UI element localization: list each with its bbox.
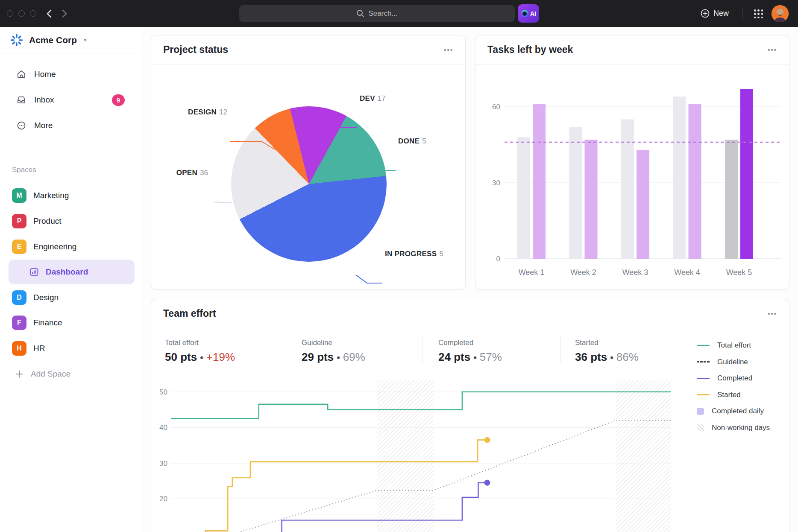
card-title: Project status	[163, 44, 228, 56]
legend-non-working-days: Non-working days	[697, 423, 770, 433]
svg-text:60: 60	[492, 103, 500, 111]
stat-divider	[422, 336, 423, 364]
spaces-section-label: Spaces	[12, 166, 36, 174]
legend-completed: Completed	[697, 373, 770, 383]
sidebar-space-engineering[interactable]: E Engineering	[5, 236, 137, 257]
legend-dashed-swatch	[697, 361, 710, 362]
plus-circle-icon	[701, 9, 710, 18]
dashboard-chart-icon	[29, 267, 39, 277]
tasks-by-week-card: Tasks left by week ••• 60300Week 1Week 2…	[475, 35, 789, 289]
stat-started: Started 36 pts•86%	[575, 339, 639, 364]
pie-label-open: OPEN36	[151, 169, 208, 177]
legend-line-swatch	[697, 394, 710, 395]
sidebar-item-label: Inbox	[34, 95, 54, 105]
window-zoom-icon[interactable]	[30, 10, 36, 17]
space-avatar: H	[12, 341, 26, 356]
home-icon	[16, 69, 26, 79]
ai-button[interactable]: AI	[518, 4, 539, 23]
dashboard-label: Dashboard	[46, 267, 88, 277]
legend-square-swatch	[697, 408, 704, 415]
sidebar: Acme Corp ▾ Home Inbox 9 More Spaces M M…	[0, 27, 142, 532]
sidebar-space-design[interactable]: D Design	[5, 287, 137, 308]
window-close-icon[interactable]	[7, 10, 13, 17]
svg-text:20: 20	[159, 495, 167, 503]
add-space-button[interactable]: Add Space	[5, 364, 137, 384]
back-arrow-icon[interactable]	[46, 9, 52, 18]
svg-text:30: 30	[159, 459, 167, 468]
plus-icon	[15, 369, 24, 379]
window-controls[interactable]	[7, 0, 36, 27]
card-menu-button[interactable]: •••	[768, 310, 777, 317]
legend-completed-daily: Completed daily	[697, 406, 770, 416]
svg-text:Week 4: Week 4	[674, 268, 700, 277]
svg-text:30: 30	[492, 179, 500, 187]
stat-completed: Completed 24 pts•57%	[438, 339, 502, 364]
space-name: HR	[33, 344, 45, 353]
workspace-switcher[interactable]: Acme Corp ▾	[0, 27, 142, 53]
tasks-bar-chart[interactable]: 60300Week 1Week 2Week 3Week 4Week 5	[475, 64, 789, 289]
topbar-divider	[742, 8, 742, 19]
sidebar-space-hr[interactable]: H HR	[5, 338, 137, 359]
space-name: Engineering	[33, 242, 76, 251]
card-menu-button[interactable]: •••	[444, 46, 453, 53]
legend-total-effort: Total effort	[697, 340, 770, 351]
legend-guideline: Guideline	[697, 357, 770, 367]
window-minimize-icon[interactable]	[18, 10, 25, 17]
svg-text:Week 1: Week 1	[519, 268, 545, 277]
project-status-pie-chart[interactable]: DEV17 DONE5 IN PROGRESS5 OPEN36 DESIGN12	[151, 64, 465, 289]
sidebar-space-product[interactable]: P Product	[5, 210, 137, 232]
pie-chart-circle[interactable]	[231, 106, 387, 262]
avatar-photo	[772, 5, 789, 22]
stat-total-effort: Total effort 50 pts•+19%	[165, 339, 235, 364]
project-status-card: Project status ••• DEV17 DONE5 IN PROGRE…	[151, 35, 466, 289]
workspace-name: Acme Corp	[29, 35, 77, 45]
svg-text:Week 2: Week 2	[570, 268, 596, 277]
forward-arrow-icon[interactable]	[62, 9, 67, 18]
ai-logo-icon	[521, 10, 528, 18]
user-avatar[interactable]	[772, 5, 789, 22]
stat-guideline: Guideline 29 pts•69%	[302, 339, 365, 364]
space-name: Finance	[33, 318, 62, 327]
sidebar-space-finance[interactable]: F Finance	[5, 312, 137, 333]
legend-line-swatch	[697, 378, 710, 379]
sidebar-item-label: Home	[34, 70, 56, 79]
space-name: Marketing	[33, 191, 69, 200]
space-avatar: D	[12, 290, 26, 305]
inbox-icon	[16, 95, 26, 105]
new-button-label: New	[713, 9, 729, 18]
sidebar-item-dashboard-active[interactable]: Dashboard	[9, 260, 135, 284]
sidebar-space-marketing[interactable]: M Marketing	[5, 185, 137, 206]
space-avatar: E	[12, 240, 26, 254]
team-effort-legend: Total effort Guideline Completed Started…	[697, 340, 770, 433]
svg-text:Week 3: Week 3	[622, 268, 648, 277]
chevron-down-icon: ▾	[84, 37, 87, 43]
card-menu-button[interactable]: •••	[768, 46, 777, 53]
sidebar-item-inbox[interactable]: Inbox 9	[5, 90, 137, 110]
sidebar-item-home[interactable]: Home	[5, 64, 137, 85]
more-icon	[16, 120, 26, 131]
new-button[interactable]: New	[701, 0, 729, 27]
ai-label: AI	[530, 10, 536, 17]
sidebar-item-more[interactable]: More	[5, 115, 137, 136]
team-effort-step-chart[interactable]: 50403020	[151, 380, 681, 532]
svg-text:40: 40	[159, 424, 167, 432]
app-grid-icon[interactable]	[754, 9, 763, 19]
legend-started: Started	[697, 390, 770, 400]
team-effort-card: Team effort ••• Total effort 50 pts•+19%…	[151, 299, 789, 532]
pie-label-done: DONE5	[398, 137, 426, 146]
svg-text:50: 50	[159, 388, 167, 396]
svg-text:Week 5: Week 5	[726, 268, 752, 277]
pie-label-design: DESIGN12	[151, 108, 227, 117]
search-input[interactable]: Search...	[239, 5, 515, 22]
space-avatar: M	[12, 188, 26, 203]
stat-divider	[560, 336, 560, 364]
add-space-label: Add Space	[31, 369, 70, 379]
legend-hatch-swatch	[697, 424, 704, 431]
topbar: Search... AI New	[0, 0, 798, 27]
workspace-logo-icon	[10, 34, 23, 47]
dashboard-app: Search... AI New	[0, 0, 798, 532]
svg-text:0: 0	[496, 255, 500, 263]
pie-label-dev: DEV17	[360, 94, 386, 103]
space-avatar: F	[12, 316, 26, 330]
inbox-badge: 9	[112, 94, 125, 106]
